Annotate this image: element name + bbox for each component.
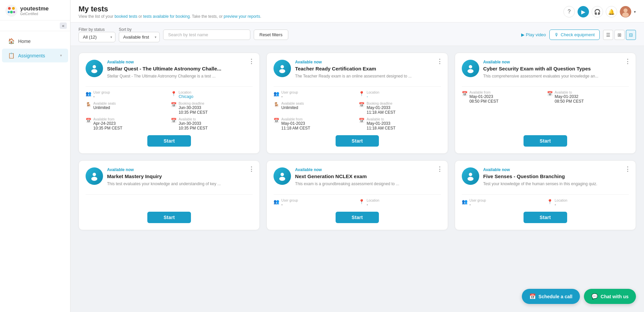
start-button[interactable]: Start	[147, 135, 191, 147]
headset-button[interactable]: 🎧	[592, 6, 603, 17]
chat-button[interactable]: 💬 Chat with us	[584, 289, 636, 304]
user-group-value: -	[93, 94, 110, 99]
sidebar-item-home[interactable]: 🏠 Home	[2, 34, 68, 48]
card-header: Available now Market Mastery Inquiry Thi…	[86, 167, 253, 187]
card-menu-button[interactable]: ⋮	[437, 165, 443, 173]
filter-select[interactable]: All (12) Available Completed Upcoming	[79, 32, 115, 42]
preview-reports-link[interactable]: preview your reports	[224, 14, 260, 19]
check-equipment-button[interactable]: 🎙 Check equipment	[549, 30, 600, 40]
location-item: 📍 Location -	[359, 91, 441, 99]
logo-sub: GetCertified	[20, 12, 49, 16]
card-status: Available now	[295, 167, 441, 172]
card-avatar	[86, 167, 103, 185]
sidebar-collapse-button[interactable]: «	[60, 22, 67, 29]
booked-tests-link[interactable]: booked tests	[114, 14, 137, 19]
card-menu-button[interactable]: ⋮	[248, 58, 255, 65]
location-icon: 📍	[359, 91, 364, 96]
user-group-content: User group -	[281, 199, 298, 207]
card-meta: 👥 User group - 📍 Location Chicago 🪑	[86, 91, 253, 131]
float-buttons: 📅 Schedule a call 💬 Chat with us	[522, 289, 636, 304]
avail-to-content: Available to Jun-30-2033 10:35 PM CEST	[179, 117, 208, 131]
sidebar-item-assignments[interactable]: 📋 Assignments ▾	[2, 49, 68, 62]
start-button[interactable]: Start	[336, 212, 379, 223]
card-divider	[274, 194, 441, 195]
card-info: Available now Next Generation NCLEX exam…	[295, 167, 441, 187]
view-grid-lg-button[interactable]: ⊟	[626, 30, 636, 40]
card-avatar	[462, 60, 479, 77]
chat-label: Chat with us	[601, 294, 629, 299]
view-list-button[interactable]: ☰	[603, 30, 613, 40]
card-menu-button[interactable]: ⋮	[248, 165, 255, 173]
avail-to-content: Available to May-01-2033 11:18 AM CEST	[366, 117, 395, 131]
sort-label: Sort by	[119, 27, 158, 32]
card-divider	[462, 86, 629, 87]
avatar-chevron-icon[interactable]: ▾	[634, 10, 636, 14]
start-button[interactable]: Start	[524, 212, 567, 223]
card-action: Start	[274, 212, 441, 223]
filter-label: Filter by status	[79, 27, 114, 32]
user-group-label: User group	[93, 91, 110, 94]
card-avatar	[274, 167, 291, 185]
svg-point-2	[12, 7, 15, 10]
svg-point-18	[279, 177, 285, 181]
card-menu-button[interactable]: ⋮	[437, 58, 443, 65]
play-button[interactable]: ▶	[578, 6, 589, 17]
calendar-to-icon: 📅	[547, 91, 553, 96]
location-label: Location	[179, 91, 193, 94]
card-title: Stellar Quest - The Ultimate Astronomy C…	[107, 65, 253, 72]
card-action: Start	[86, 212, 253, 223]
header-subtitle: View the list of your booked tests or te…	[79, 14, 261, 19]
card-title: Market Mastery Inquiry	[107, 173, 253, 180]
search-input[interactable]	[163, 30, 250, 40]
user-group-content: User group -	[469, 199, 486, 207]
sidebar-nav: 🏠 Home 📋 Assignments ▾	[0, 31, 70, 65]
home-icon: 🏠	[8, 38, 15, 44]
play-video-link[interactable]: ▶ Play video	[521, 32, 546, 37]
available-tests-link[interactable]: tests available for booking	[143, 14, 190, 19]
avail-from-label: Available from	[281, 117, 310, 121]
card-title: Cyber Security Exam with all Question Ty…	[483, 65, 629, 72]
card-meta: 👥 User group - 📍 Location -	[274, 199, 441, 207]
card-menu-button[interactable]: ⋮	[625, 165, 631, 173]
card-header: Available now Teacher Ready Certificatio…	[274, 60, 441, 79]
avail-to-item: 📅 Available to May-01-2032 08:50 PM CEST	[547, 91, 629, 104]
card-action: Start	[462, 135, 629, 147]
page-title: My tests	[79, 5, 261, 13]
card-info: Available now Teacher Ready Certificatio…	[295, 60, 441, 79]
user-group-label: User group	[469, 199, 486, 202]
avatar[interactable]	[620, 6, 631, 17]
card-menu-button[interactable]: ⋮	[625, 58, 631, 65]
avail-from-time: 10:35 PM CEST	[93, 126, 122, 131]
booking-label: Booking deadline	[179, 102, 208, 105]
booking-content: Booking deadline May-01-2033 11:18 AM CE…	[366, 102, 395, 115]
location-label: Location	[366, 199, 379, 202]
view-grid-sm-button[interactable]: ⊞	[614, 30, 625, 40]
svg-point-4	[8, 11, 10, 13]
start-button[interactable]: Start	[524, 135, 567, 147]
user-group-item: 👥 User group -	[86, 91, 167, 99]
start-button[interactable]: Start	[147, 212, 191, 223]
avail-to-label: Available to	[555, 91, 584, 94]
users-icon: 👥	[274, 199, 279, 204]
check-equipment-label: Check equipment	[561, 32, 595, 37]
sort-select[interactable]: Available first Name A-Z Date	[119, 32, 160, 42]
users-icon: 👥	[274, 91, 279, 96]
card-avatar	[462, 167, 479, 185]
start-button[interactable]: Start	[336, 135, 379, 147]
seats-content: Available seats Unlimited	[93, 102, 116, 110]
avail-to-value: May-01-2032	[555, 94, 584, 99]
location-value: -	[555, 202, 567, 207]
reset-filters-button[interactable]: Reset filters	[254, 30, 288, 40]
avail-to-time: 10:35 PM CEST	[179, 126, 208, 131]
content-area: Available now Stellar Quest - The Ultima…	[70, 46, 644, 312]
notifications-button[interactable]: 🔔	[606, 6, 617, 17]
card-description: Test your knowledge of the human senses …	[483, 181, 629, 187]
card-divider	[86, 194, 253, 195]
view-toggles: ☰ ⊞ ⊟	[603, 30, 636, 40]
card-status: Available now	[107, 167, 253, 172]
schedule-call-button[interactable]: 📅 Schedule a call	[522, 289, 580, 304]
user-group-label: User group	[281, 199, 298, 202]
help-button[interactable]: ?	[563, 6, 575, 17]
avail-from-icon: 📅	[274, 118, 279, 123]
play-video-label: Play video	[526, 32, 546, 37]
